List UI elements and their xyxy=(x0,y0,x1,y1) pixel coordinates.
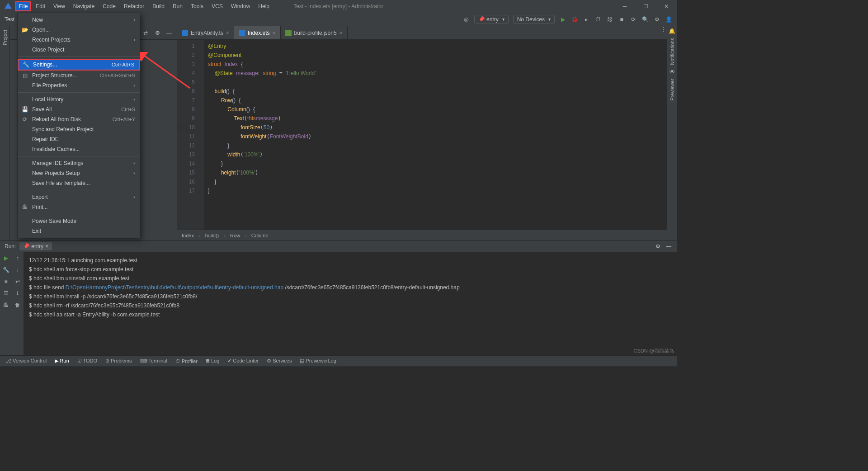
menu-recent[interactable]: Recent Projects› xyxy=(18,35,140,45)
menu-code[interactable]: Code xyxy=(99,1,119,11)
gear-icon[interactable]: ⚙ xyxy=(654,243,661,250)
tool-version-control[interactable]: ⎇ Version Control xyxy=(5,358,47,364)
layout-icon[interactable]: ☰ xyxy=(4,290,9,297)
menu-local-history[interactable]: Local History› xyxy=(18,94,140,104)
menu-vcs[interactable]: VCS xyxy=(208,1,226,11)
code-area[interactable]: 1234567891011121314151617 @Entry @Compon… xyxy=(177,40,667,230)
tab-index[interactable]: Index.ets× xyxy=(234,26,281,39)
tab-build-profile[interactable]: build-profile.json5× xyxy=(281,26,348,39)
project-crumb[interactable]: Test xyxy=(5,16,14,23)
bell-icon[interactable]: 🔔 xyxy=(669,28,675,34)
tab-entryability[interactable]: EntryAbility.ts× xyxy=(177,26,234,39)
hide-icon[interactable]: — xyxy=(165,30,173,36)
run-panel: ▶↑ 🔧↓ ■↩ ☰⤓ 🖶🗑 12/12 21:36:15: Launching… xyxy=(0,252,677,355)
attach-icon[interactable]: ⛓ xyxy=(606,16,613,23)
harmony-icon xyxy=(23,243,29,250)
minimize-icon[interactable]: ─ xyxy=(614,0,635,13)
crumb-item[interactable]: Column xyxy=(251,233,272,238)
target-icon[interactable]: ◎ xyxy=(462,16,470,23)
tool-terminal[interactable]: ⌨ Terminal xyxy=(140,358,167,364)
close-tab-icon[interactable]: × xyxy=(340,30,343,36)
search-icon[interactable]: 🔍 xyxy=(642,16,649,23)
module-selector[interactable]: entry xyxy=(474,15,509,24)
menu-close-project[interactable]: Close Project xyxy=(18,45,140,55)
maximize-icon[interactable]: ☐ xyxy=(635,0,656,13)
menu-manage-ide[interactable]: Manage IDE Settings› xyxy=(18,158,140,168)
eye-icon[interactable]: 👁 xyxy=(670,69,675,75)
file-link[interactable]: D:\OpenHarmonyProject\Test\entry\build\d… xyxy=(66,284,283,291)
menu-sync-refresh[interactable]: Sync and Refresh Project xyxy=(18,124,140,134)
menu-window[interactable]: Window xyxy=(227,1,254,11)
menu-reload[interactable]: ⟳Reload All from DiskCtrl+Alt+Y xyxy=(18,114,140,124)
menu-help[interactable]: Help xyxy=(255,1,273,11)
notifications-button[interactable]: Notifications xyxy=(670,36,675,67)
menu-project-structure[interactable]: ▤Project Structure...Ctrl+Alt+Shift+S xyxy=(18,71,140,80)
crumb-item[interactable]: Row xyxy=(230,233,247,238)
down-icon[interactable]: ↓ xyxy=(16,267,19,273)
wrench-icon[interactable]: 🔧 xyxy=(3,267,9,273)
menu-build[interactable]: Build xyxy=(149,1,168,11)
title-bar: File Edit View Navigate Code Refactor Bu… xyxy=(0,0,677,13)
menu-view[interactable]: View xyxy=(50,1,69,11)
previewer-button[interactable]: Previewer xyxy=(670,77,675,103)
run-config-tab[interactable]: entry × xyxy=(19,242,52,250)
select-opened-icon[interactable]: ⇄ xyxy=(142,30,149,36)
coverage-icon[interactable]: ▸ xyxy=(583,16,590,23)
tool-todo[interactable]: ☑ TODO xyxy=(77,358,97,364)
close-tab-icon[interactable]: × xyxy=(226,30,229,36)
print-icon[interactable]: 🖶 xyxy=(3,302,9,308)
close-icon[interactable]: ✕ xyxy=(656,0,677,13)
menu-open[interactable]: 📂Open... xyxy=(18,25,140,35)
menu-refactor[interactable]: Refactor xyxy=(120,1,148,11)
menu-invalidate[interactable]: Invalidate Caches... xyxy=(18,144,140,154)
soft-wrap-icon[interactable]: ↩ xyxy=(15,278,20,285)
tool-run[interactable]: ▶ Run xyxy=(55,358,69,364)
clear-icon[interactable]: 🗑 xyxy=(15,302,20,308)
menu-edit[interactable]: Edit xyxy=(32,1,49,11)
menu-new-projects-setup[interactable]: New Projects Setup› xyxy=(18,168,140,178)
run-icon[interactable]: ▶ xyxy=(559,16,566,23)
tool-window-bar: ⎇ Version Control ▶ Run ☑ TODO ⊘ Problem… xyxy=(0,355,677,366)
menu-new[interactable]: New› xyxy=(18,15,140,25)
tool-code-linter[interactable]: ✔ Code Linter xyxy=(227,358,259,364)
scroll-icon[interactable]: ⤓ xyxy=(15,290,20,297)
hide-icon[interactable]: — xyxy=(665,243,672,250)
tool-profiler[interactable]: ⏱ Profiler xyxy=(175,358,198,364)
menu-file[interactable]: File xyxy=(15,1,31,11)
tool-services[interactable]: ⚙ Services xyxy=(267,358,292,364)
profile-icon[interactable]: ⏱ xyxy=(594,16,602,23)
menu-navigate[interactable]: Navigate xyxy=(70,1,98,11)
crumb-item[interactable]: Index xyxy=(182,233,201,238)
stop-icon[interactable]: ■ xyxy=(4,278,7,285)
menu-exit[interactable]: Exit xyxy=(18,226,140,236)
debug-icon[interactable]: 🐞 xyxy=(571,16,578,23)
menu-settings[interactable]: 🔧Settings...Ctrl+Alt+S xyxy=(18,59,140,71)
menu-run[interactable]: Run xyxy=(169,1,186,11)
avatar-icon[interactable]: 👤 xyxy=(665,16,672,23)
device-selector[interactable]: No Devices xyxy=(513,15,555,24)
menu-export[interactable]: Export› xyxy=(18,192,140,202)
crumb-item[interactable]: build() xyxy=(205,233,226,238)
sync-icon[interactable]: ⟳ xyxy=(630,16,637,23)
svg-rect-0 xyxy=(182,30,188,36)
settings-icon[interactable]: ⚙ xyxy=(653,16,660,23)
menu-power-save[interactable]: Power Save Mode xyxy=(18,216,140,226)
menu-file-properties[interactable]: File Properties› xyxy=(18,80,140,90)
menu-save-all[interactable]: 💾Save AllCtrl+S xyxy=(18,104,140,114)
code-text[interactable]: @Entry @Component struct Index { @State … xyxy=(204,40,667,230)
gear-icon[interactable]: ⚙ xyxy=(154,30,161,36)
stop-icon[interactable]: ■ xyxy=(618,16,625,23)
tool-log[interactable]: ≣ Log xyxy=(206,358,219,364)
menu-tools[interactable]: Tools xyxy=(187,1,207,11)
close-tab-icon[interactable]: × xyxy=(273,30,276,36)
more-tabs-icon[interactable]: ⋮ xyxy=(660,26,667,39)
menu-save-template[interactable]: Save File as Template... xyxy=(18,178,140,188)
tool-problems[interactable]: ⊘ Problems xyxy=(105,358,132,364)
project-tool-button[interactable]: Project xyxy=(2,28,8,47)
up-icon[interactable]: ↑ xyxy=(16,255,19,261)
menu-repair[interactable]: Repair IDE xyxy=(18,134,140,144)
console-output[interactable]: 12/12 21:36:15: Launching com.example.te… xyxy=(24,252,677,355)
menu-print[interactable]: 🖶Print... xyxy=(18,202,140,212)
tool-previewer-log[interactable]: ▤ PreviewerLog xyxy=(300,358,336,364)
rerun-icon[interactable]: ▶ xyxy=(4,255,8,261)
